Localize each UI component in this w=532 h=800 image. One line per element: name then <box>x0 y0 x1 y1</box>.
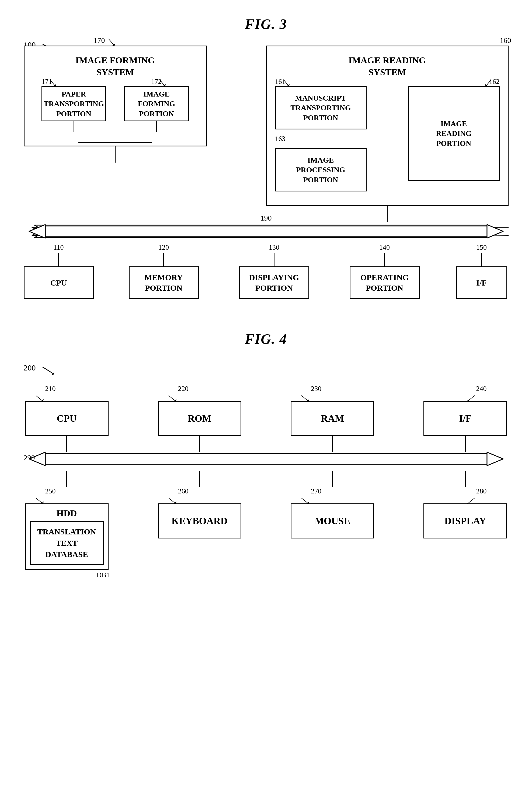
comp-ref-150: 150 <box>476 243 487 252</box>
irs-sub1-arrow <box>283 79 292 87</box>
ifs-sub1-arrow <box>49 79 58 87</box>
comp-ref-260: 260 <box>178 487 189 495</box>
display-box: DISPLAY <box>423 504 507 539</box>
image-reading-box: IMAGEREADINGPORTION <box>408 86 500 181</box>
mouse-box: MOUSE <box>291 504 374 539</box>
rom-box: ROM <box>158 401 241 436</box>
bus-bar <box>24 222 509 241</box>
ifs-ref: 170 <box>94 36 105 45</box>
fig4-diagram: FIG. 4 200 210 CPU 220 <box>24 331 509 579</box>
svg-line-37 <box>301 498 308 504</box>
svg-line-33 <box>36 498 42 504</box>
irs-sub2-arrow <box>483 79 492 87</box>
svg-line-20 <box>42 367 53 374</box>
cpu-box-fig4: CPU <box>25 401 109 436</box>
if-box-fig3: I/F <box>456 267 507 299</box>
svg-rect-17 <box>45 226 487 237</box>
hdd-outer-box: HDD TRANSLATIONTEXTDATABASE <box>25 504 109 570</box>
comp-ref-240: 240 <box>476 385 487 393</box>
comp-ref-250: 250 <box>45 487 56 495</box>
svg-line-26 <box>301 396 308 401</box>
image-processing-box: IMAGEPROCESSINGPORTION <box>275 148 367 192</box>
svg-marker-32 <box>487 452 503 466</box>
comp-ref-280: 280 <box>476 487 487 495</box>
manuscript-transporting-box: MANUSCRIPTTRANSPORTINGPORTION <box>275 86 367 129</box>
comp-ref-140: 140 <box>379 243 390 252</box>
image-forming-system-box: IMAGE FORMINGSYSTEM 171 PAPERTRANSPORTIN… <box>24 46 207 146</box>
bus-ref-190: 190 <box>261 214 272 222</box>
system-arrow-200 <box>40 364 56 375</box>
db1-label: DB1 <box>96 571 110 579</box>
svg-line-24 <box>169 396 175 401</box>
irs-ref: 160 <box>500 36 511 45</box>
operating-portion-box: OPERATINGPORTION <box>350 267 420 299</box>
svg-marker-19 <box>487 224 503 238</box>
svg-marker-21 <box>52 372 54 375</box>
image-reading-system-box: IMAGE READINGSYSTEM 161 MANUSCRIPTTRANSP… <box>266 46 509 206</box>
bus-bar-fig4 <box>24 450 509 468</box>
hdd-label: HDD <box>30 508 104 519</box>
svg-line-28 <box>468 396 475 401</box>
ifs-sub2-arrow <box>159 79 168 87</box>
svg-line-4 <box>50 80 55 86</box>
svg-line-8 <box>284 80 288 86</box>
svg-line-39 <box>468 498 475 504</box>
svg-line-6 <box>160 80 165 86</box>
irs-title: IMAGE READINGSYSTEM <box>275 54 500 78</box>
svg-line-10 <box>486 80 491 86</box>
image-forming-box: IMAGEFORMINGPORTION <box>124 86 189 121</box>
comp-ref-220: 220 <box>178 385 189 393</box>
svg-line-22 <box>36 396 42 401</box>
displaying-portion-box: DISPLAYINGPORTION <box>239 267 309 299</box>
svg-rect-30 <box>45 454 487 464</box>
comp-ref-110: 110 <box>53 243 63 252</box>
ifs-title: IMAGE FORMINGSYSTEM <box>33 54 198 78</box>
memory-portion-box: MEMORYPORTION <box>129 267 199 299</box>
system-ref-200: 200 <box>24 363 36 372</box>
ram-box: RAM <box>291 401 374 436</box>
comp-ref-120: 120 <box>158 243 169 252</box>
keyboard-box: KEYBOARD <box>158 504 241 539</box>
if-box-fig4: I/F <box>423 401 507 436</box>
irs-sub3-ref: 163 <box>275 135 367 143</box>
svg-line-2 <box>109 39 114 45</box>
hdd-inner-box: TRANSLATIONTEXTDATABASE <box>30 521 104 565</box>
comp-ref-210: 210 <box>45 385 56 393</box>
fig3-diagram: FIG. 3 100 170 IMAGE FORMIN <box>24 16 509 299</box>
fig4-title: FIG. 4 <box>24 331 509 347</box>
cpu-box-fig3: CPU <box>24 267 94 299</box>
comp-ref-130: 130 <box>269 243 279 252</box>
bus-ref-290: 290 <box>24 454 35 462</box>
fig3-title: FIG. 3 <box>24 16 509 32</box>
comp-ref-230: 230 <box>311 385 321 393</box>
paper-transporting-box: PAPERTRANSPORTINGPORTION <box>41 86 106 121</box>
comp-ref-270: 270 <box>311 487 321 495</box>
svg-line-35 <box>169 498 175 504</box>
